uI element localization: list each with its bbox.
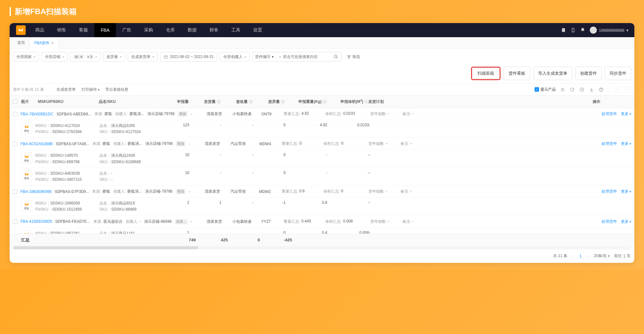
next-page-icon[interactable]: › bbox=[625, 86, 631, 93]
nav-item-工具[interactable]: 工具 bbox=[225, 23, 247, 37]
filter-creator[interactable]: 全部创建人▾ bbox=[220, 52, 250, 62]
action-导入生成发货单[interactable]: 导入生成发货单 bbox=[533, 67, 572, 80]
close-icon[interactable]: ✕ bbox=[51, 41, 54, 45]
help-icon[interactable]: ? bbox=[217, 100, 221, 104]
filter-diff[interactable]: 差异量▾ bbox=[103, 52, 125, 62]
nav-item-FBA[interactable]: FBA bbox=[94, 23, 116, 37]
page-title: 新增FBA扫描装箱 bbox=[15, 6, 77, 17]
page-current[interactable]: 1 bbox=[578, 253, 584, 259]
warehouse-chip[interactable]: W.✕ bbox=[73, 54, 84, 59]
show-product-toggle[interactable]: ✓显示产品 bbox=[535, 87, 556, 92]
process-shipment-link[interactable]: 处理货件 bbox=[602, 219, 617, 224]
fox-icon bbox=[24, 202, 29, 207]
filter-country[interactable]: 全部国家▾ bbox=[13, 52, 39, 62]
more-dropdown[interactable]: 更多 ▾ bbox=[621, 189, 631, 194]
more-dropdown[interactable]: 更多 ▾ bbox=[621, 219, 631, 224]
row-checkbox[interactable] bbox=[13, 142, 17, 146]
page-goto-value[interactable]: 1 bbox=[623, 254, 625, 258]
action-创建货件[interactable]: 创建货件 bbox=[575, 67, 602, 80]
filter-shop[interactable]: 全部店铺▾ bbox=[41, 52, 67, 62]
product-row: 赛狐MSKU：SDSKU-2096059FNSKU：SDSKU-1512459品… bbox=[10, 198, 634, 215]
horizontal-scrollbar[interactable] bbox=[13, 246, 631, 249]
gen-shipment-link[interactable]: 生成发货单 bbox=[56, 87, 76, 92]
app-logo[interactable] bbox=[16, 25, 26, 35]
help-icon[interactable]: ? bbox=[364, 100, 368, 104]
search-button[interactable] bbox=[331, 52, 341, 61]
nav-item-广告[interactable]: 广告 bbox=[116, 23, 138, 37]
action-同步货件[interactable]: 同步货件 bbox=[605, 67, 631, 80]
col-shipped: 发货量? bbox=[189, 99, 221, 104]
search-type-select[interactable]: 货件编号▾ bbox=[253, 52, 277, 61]
action-扫描装箱[interactable]: 扫描装箱 bbox=[473, 68, 499, 79]
row-checkbox[interactable] bbox=[13, 112, 17, 116]
product-thumbnail[interactable]: 赛狐 bbox=[21, 123, 32, 134]
chevron-down-icon: ▾ bbox=[245, 55, 246, 59]
filter-gen-shipment[interactable]: 生成发货单▾ bbox=[128, 52, 158, 62]
product-thumbnail[interactable]: 赛狐 bbox=[21, 153, 32, 163]
nav-item-采购[interactable]: 采购 bbox=[138, 23, 159, 37]
nav-item-设置[interactable]: 设置 bbox=[247, 23, 269, 37]
receipt-icon[interactable] bbox=[561, 28, 566, 33]
process-shipment-link[interactable]: 处理货件 bbox=[602, 141, 617, 146]
action-货件看板[interactable]: 货件看板 bbox=[504, 67, 530, 80]
avatar bbox=[590, 27, 597, 34]
process-shipment-link[interactable]: 处理货件 bbox=[602, 111, 617, 117]
svg-point-3 bbox=[334, 55, 337, 58]
prev-page-icon[interactable]: ‹ bbox=[614, 86, 620, 93]
fba-id-link[interactable]: FBA-415D8338D5 bbox=[21, 219, 52, 224]
advanced-filter[interactable]: 筛选 bbox=[344, 54, 363, 60]
fba-id-link[interactable]: FBA-7BA005B1DC bbox=[21, 112, 53, 116]
more-dropdown[interactable]: 更多 ▾ bbox=[621, 111, 631, 117]
row-checkbox[interactable] bbox=[13, 189, 17, 194]
process-shipment-link[interactable]: 处理货件 bbox=[602, 189, 617, 194]
user-menu[interactable]: 18888888888 ▾ bbox=[590, 27, 629, 34]
chevron-down-icon: ▾ bbox=[95, 55, 97, 59]
select-all-checkbox[interactable] bbox=[13, 99, 17, 104]
fba-id-link[interactable]: FBA-6C52A01B8B bbox=[21, 142, 53, 146]
product-thumbnail[interactable]: 赛狐 bbox=[21, 200, 32, 211]
col-signed: 签收量? bbox=[221, 99, 253, 104]
nav-item-销售[interactable]: 销售 bbox=[51, 23, 73, 37]
checkbox-checked-icon: ✓ bbox=[535, 87, 539, 92]
search-input[interactable] bbox=[283, 54, 328, 59]
history-icon[interactable] bbox=[580, 87, 585, 92]
fba-id-link[interactable]: FBA-2863E8E995 bbox=[21, 189, 52, 194]
help-icon[interactable] bbox=[599, 87, 604, 92]
mobile-icon[interactable] bbox=[571, 28, 576, 33]
refresh-icon[interactable] bbox=[570, 87, 575, 92]
download-icon[interactable] bbox=[589, 87, 594, 92]
row-checkbox[interactable] bbox=[13, 219, 17, 224]
bell-icon[interactable] bbox=[580, 28, 585, 33]
more-dropdown[interactable]: 更多 ▾ bbox=[621, 141, 631, 146]
col-weight: 申报重量(Kg)? bbox=[285, 99, 327, 104]
tab-FBA货件[interactable]: FBA货件✕ bbox=[30, 37, 59, 49]
page-size-select[interactable]: 20条/页▾ bbox=[594, 253, 610, 259]
help-icon[interactable]: ? bbox=[249, 100, 253, 104]
total-count: 共 11 条 bbox=[553, 253, 567, 259]
filter-warehouse[interactable]: W.✕ + 3 ▾ bbox=[70, 52, 100, 62]
close-icon[interactable]: ✕ bbox=[80, 55, 83, 59]
print-dropdown[interactable]: 打印操作 ▾ bbox=[82, 87, 99, 92]
summary-row: 汇总 749 425 0 -425 bbox=[10, 234, 634, 246]
tab-首页[interactable]: 首页 bbox=[13, 37, 30, 49]
product-thumbnail[interactable]: 赛狐 bbox=[21, 171, 32, 181]
filter-date-range[interactable]: 2022-08-02 ~ 2022-08-31 bbox=[160, 52, 217, 62]
svg-point-9 bbox=[601, 90, 601, 91]
user-phone: 18888888888 bbox=[599, 28, 624, 33]
page-next[interactable]: › bbox=[588, 254, 589, 258]
product-thumbnail[interactable]: 赛狐 bbox=[21, 230, 32, 234]
export-link[interactable]: 导出装箱信息 bbox=[105, 87, 128, 92]
nav-item-财务[interactable]: 财务 bbox=[203, 23, 225, 37]
page-prev[interactable]: ‹ bbox=[572, 254, 573, 258]
nav-item-客服[interactable]: 客服 bbox=[73, 23, 94, 37]
search-icon bbox=[334, 54, 338, 59]
help-icon[interactable]: ? bbox=[322, 100, 327, 104]
help-icon[interactable]: ? bbox=[281, 100, 285, 104]
settings-icon[interactable] bbox=[560, 87, 565, 92]
nav-item-商品[interactable]: 商品 bbox=[29, 23, 51, 37]
batch-icon[interactable]: ⌗ bbox=[279, 55, 281, 59]
nav-item-数据[interactable]: 数据 bbox=[181, 23, 203, 37]
top-toolbar: 18888888888 ▾ bbox=[561, 27, 629, 34]
scrollbar-thumb[interactable] bbox=[13, 246, 198, 249]
nav-item-仓库[interactable]: 仓库 bbox=[159, 23, 181, 37]
